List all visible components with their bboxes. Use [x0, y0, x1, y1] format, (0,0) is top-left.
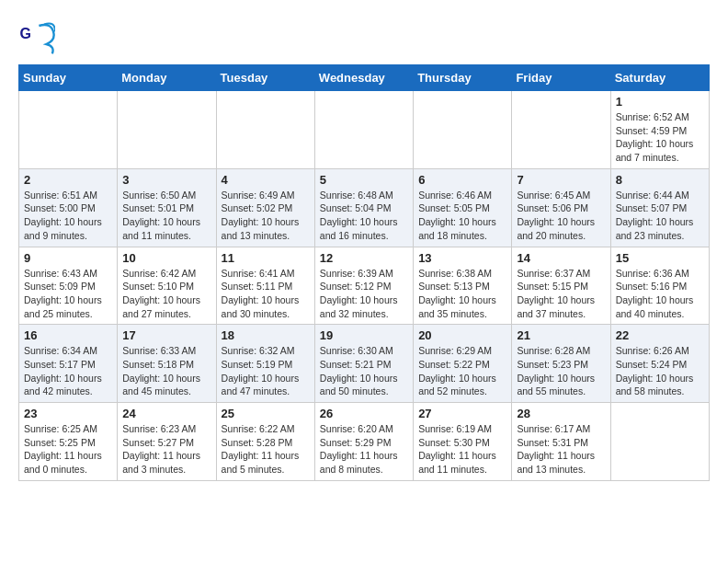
day-number: 20 [418, 328, 506, 342]
calendar-cell: 15Sunrise: 6:36 AM Sunset: 5:16 PM Dayli… [610, 247, 709, 325]
calendar-cell: 14Sunrise: 6:37 AM Sunset: 5:15 PM Dayli… [512, 247, 610, 325]
calendar-header-monday: Monday [118, 65, 216, 91]
calendar-cell: 9Sunrise: 6:43 AM Sunset: 5:09 PM Daylig… [19, 247, 118, 325]
day-number: 24 [122, 407, 210, 420]
calendar-cell: 4Sunrise: 6:49 AM Sunset: 5:02 PM Daylig… [216, 168, 314, 247]
day-info: Sunrise: 6:25 AM Sunset: 5:25 PM Dayligh… [24, 422, 112, 477]
day-number: 23 [24, 407, 112, 420]
page-header: G [18, 18, 710, 55]
calendar-cell [118, 91, 216, 169]
day-info: Sunrise: 6:46 AM Sunset: 5:05 PM Dayligh… [418, 189, 506, 243]
day-info: Sunrise: 6:32 AM Sunset: 5:19 PM Dayligh… [222, 344, 310, 398]
calendar-cell: 21Sunrise: 6:28 AM Sunset: 5:23 PM Dayli… [512, 325, 610, 403]
calendar-cell [414, 91, 512, 169]
calendar-cell: 23Sunrise: 6:25 AM Sunset: 5:25 PM Dayli… [19, 403, 118, 481]
calendar-cell: 5Sunrise: 6:48 AM Sunset: 5:04 PM Daylig… [314, 168, 413, 247]
day-info: Sunrise: 6:39 AM Sunset: 5:12 PM Dayligh… [320, 267, 408, 321]
calendar-cell: 3Sunrise: 6:50 AM Sunset: 5:01 PM Daylig… [118, 168, 216, 247]
calendar-cell: 1Sunrise: 6:52 AM Sunset: 4:59 PM Daylig… [610, 91, 709, 169]
calendar-cell: 28Sunrise: 6:17 AM Sunset: 5:31 PM Dayli… [512, 403, 610, 481]
calendar-cell: 26Sunrise: 6:20 AM Sunset: 5:29 PM Dayli… [314, 403, 413, 481]
calendar-cell: 13Sunrise: 6:38 AM Sunset: 5:13 PM Dayli… [414, 247, 512, 325]
day-number: 27 [418, 407, 506, 420]
day-number: 7 [517, 173, 605, 187]
calendar-cell: 12Sunrise: 6:39 AM Sunset: 5:12 PM Dayli… [314, 247, 413, 325]
calendar-cell [216, 91, 314, 169]
day-number: 9 [24, 251, 112, 265]
day-info: Sunrise: 6:29 AM Sunset: 5:22 PM Dayligh… [418, 344, 506, 398]
calendar-header-row: SundayMondayTuesdayWednesdayThursdayFrid… [19, 65, 710, 91]
day-info: Sunrise: 6:51 AM Sunset: 5:00 PM Dayligh… [24, 189, 112, 243]
day-number: 17 [122, 328, 210, 342]
logo: G [18, 18, 59, 55]
calendar-cell: 24Sunrise: 6:23 AM Sunset: 5:27 PM Dayli… [118, 403, 216, 481]
day-info: Sunrise: 6:28 AM Sunset: 5:23 PM Dayligh… [517, 344, 605, 398]
day-info: Sunrise: 6:37 AM Sunset: 5:15 PM Dayligh… [517, 267, 605, 321]
day-info: Sunrise: 6:50 AM Sunset: 5:01 PM Dayligh… [122, 189, 210, 243]
day-info: Sunrise: 6:19 AM Sunset: 5:30 PM Dayligh… [418, 422, 506, 477]
day-info: Sunrise: 6:30 AM Sunset: 5:21 PM Dayligh… [320, 344, 408, 398]
day-number: 25 [222, 407, 310, 420]
day-number: 26 [320, 407, 408, 420]
calendar-cell: 25Sunrise: 6:22 AM Sunset: 5:28 PM Dayli… [216, 403, 314, 481]
day-number: 8 [616, 173, 704, 187]
day-number: 5 [320, 173, 408, 187]
day-number: 13 [418, 251, 506, 265]
calendar-cell [19, 91, 118, 169]
day-info: Sunrise: 6:20 AM Sunset: 5:29 PM Dayligh… [320, 422, 408, 477]
day-info: Sunrise: 6:36 AM Sunset: 5:16 PM Dayligh… [616, 267, 704, 321]
calendar-cell: 27Sunrise: 6:19 AM Sunset: 5:30 PM Dayli… [414, 403, 512, 481]
calendar-week-row: 9Sunrise: 6:43 AM Sunset: 5:09 PM Daylig… [19, 247, 710, 325]
day-number: 3 [122, 173, 210, 187]
day-info: Sunrise: 6:17 AM Sunset: 5:31 PM Dayligh… [517, 422, 605, 477]
calendar-header-thursday: Thursday [414, 65, 512, 91]
calendar-header-tuesday: Tuesday [216, 65, 314, 91]
day-number: 2 [24, 173, 112, 187]
svg-text:G: G [20, 26, 31, 41]
calendar-cell: 7Sunrise: 6:45 AM Sunset: 5:06 PM Daylig… [512, 168, 610, 247]
day-number: 11 [222, 251, 310, 265]
calendar-cell: 8Sunrise: 6:44 AM Sunset: 5:07 PM Daylig… [610, 168, 709, 247]
day-number: 14 [517, 251, 605, 265]
day-number: 1 [616, 95, 704, 109]
day-number: 16 [24, 328, 112, 342]
calendar-header-sunday: Sunday [19, 65, 118, 91]
calendar-table: SundayMondayTuesdayWednesdayThursdayFrid… [18, 64, 710, 481]
day-info: Sunrise: 6:42 AM Sunset: 5:10 PM Dayligh… [122, 267, 210, 321]
day-info: Sunrise: 6:45 AM Sunset: 5:06 PM Dayligh… [517, 189, 605, 243]
calendar-cell: 22Sunrise: 6:26 AM Sunset: 5:24 PM Dayli… [610, 325, 709, 403]
calendar-week-row: 2Sunrise: 6:51 AM Sunset: 5:00 PM Daylig… [19, 168, 710, 247]
day-number: 12 [320, 251, 408, 265]
day-info: Sunrise: 6:23 AM Sunset: 5:27 PM Dayligh… [122, 422, 210, 477]
calendar-cell: 18Sunrise: 6:32 AM Sunset: 5:19 PM Dayli… [216, 325, 314, 403]
day-info: Sunrise: 6:48 AM Sunset: 5:04 PM Dayligh… [320, 189, 408, 243]
day-number: 21 [517, 328, 605, 342]
day-number: 10 [122, 251, 210, 265]
day-info: Sunrise: 6:49 AM Sunset: 5:02 PM Dayligh… [222, 189, 310, 243]
day-number: 22 [616, 328, 704, 342]
calendar-cell: 10Sunrise: 6:42 AM Sunset: 5:10 PM Dayli… [118, 247, 216, 325]
day-info: Sunrise: 6:26 AM Sunset: 5:24 PM Dayligh… [616, 344, 704, 398]
calendar-cell: 19Sunrise: 6:30 AM Sunset: 5:21 PM Dayli… [314, 325, 413, 403]
day-number: 15 [616, 251, 704, 265]
calendar-cell [314, 91, 413, 169]
day-number: 18 [222, 328, 310, 342]
calendar-cell: 11Sunrise: 6:41 AM Sunset: 5:11 PM Dayli… [216, 247, 314, 325]
day-info: Sunrise: 6:52 AM Sunset: 4:59 PM Dayligh… [616, 110, 704, 165]
day-number: 28 [517, 407, 605, 420]
calendar-header-saturday: Saturday [610, 65, 709, 91]
calendar-cell: 16Sunrise: 6:34 AM Sunset: 5:17 PM Dayli… [19, 325, 118, 403]
logo-icon: G [18, 18, 55, 55]
day-info: Sunrise: 6:34 AM Sunset: 5:17 PM Dayligh… [24, 344, 112, 398]
day-info: Sunrise: 6:33 AM Sunset: 5:18 PM Dayligh… [122, 344, 210, 398]
calendar-week-row: 1Sunrise: 6:52 AM Sunset: 4:59 PM Daylig… [19, 91, 710, 169]
day-info: Sunrise: 6:43 AM Sunset: 5:09 PM Dayligh… [24, 267, 112, 321]
day-number: 19 [320, 328, 408, 342]
calendar-cell: 2Sunrise: 6:51 AM Sunset: 5:00 PM Daylig… [19, 168, 118, 247]
day-info: Sunrise: 6:44 AM Sunset: 5:07 PM Dayligh… [616, 189, 704, 243]
calendar-header-friday: Friday [512, 65, 610, 91]
calendar-cell: 17Sunrise: 6:33 AM Sunset: 5:18 PM Dayli… [118, 325, 216, 403]
calendar-cell [610, 403, 709, 481]
calendar-week-row: 23Sunrise: 6:25 AM Sunset: 5:25 PM Dayli… [19, 403, 710, 481]
calendar-cell: 20Sunrise: 6:29 AM Sunset: 5:22 PM Dayli… [414, 325, 512, 403]
